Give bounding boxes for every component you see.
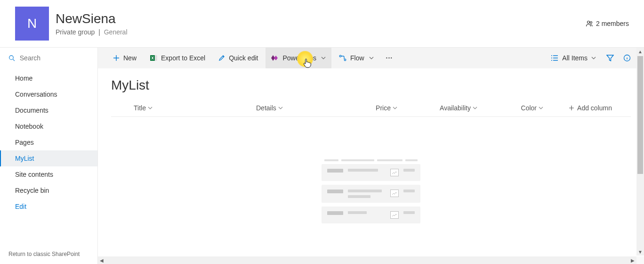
scroll-down-icon[interactable]: ▼	[636, 248, 644, 256]
column-header-details[interactable]: Details	[256, 104, 327, 112]
scroll-right-icon[interactable]: ▶	[629, 256, 636, 264]
site-logo-initial: N	[27, 16, 37, 31]
scroll-thumb[interactable]	[637, 56, 643, 174]
scroll-left-icon[interactable]: ◀	[98, 256, 105, 264]
powerapps-button[interactable]: PowerApps	[266, 48, 331, 68]
nav-item-conversations[interactable]: Conversations	[0, 86, 97, 102]
svg-point-5	[339, 55, 341, 57]
svg-point-6	[344, 59, 346, 61]
people-icon	[586, 20, 593, 27]
svg-point-0	[587, 21, 589, 24]
chevron-down-icon	[591, 56, 596, 60]
nav-item-recycle-bin[interactable]: Recycle bin	[0, 182, 97, 198]
chevron-down-icon	[393, 106, 397, 110]
pencil-icon	[218, 55, 225, 61]
add-column-label: Add column	[577, 104, 612, 112]
cmd-label: New	[123, 54, 137, 62]
left-rail: Home Conversations Documents Notebook Pa…	[0, 48, 98, 264]
scroll-up-icon[interactable]: ▲	[636, 48, 644, 55]
column-header-price[interactable]: Price	[327, 104, 397, 112]
view-selector[interactable]: All Items	[546, 48, 601, 68]
nav-label: Notebook	[15, 123, 43, 130]
chevron-down-icon	[369, 56, 374, 60]
flow-button[interactable]: Flow	[333, 48, 379, 68]
nav-label: MyList	[15, 155, 34, 162]
nav-label: Pages	[15, 139, 34, 146]
svg-point-1	[590, 22, 592, 24]
nav-label: Site contents	[15, 171, 53, 178]
search-input[interactable]	[20, 54, 89, 62]
export-excel-button[interactable]: Export to Excel	[144, 48, 211, 68]
nav-item-documents[interactable]: Documents	[0, 102, 97, 118]
nav-item-notebook[interactable]: Notebook	[0, 118, 97, 134]
nav-item-edit[interactable]: Edit	[0, 198, 97, 214]
horizontal-scrollbar[interactable]: ◀ ▶	[98, 256, 636, 264]
column-header-color[interactable]: Color	[477, 104, 543, 112]
site-subtitle: Private group | General	[56, 28, 586, 36]
list-view-icon	[551, 55, 558, 61]
plus-icon	[113, 55, 120, 61]
cmd-label: Flow	[350, 54, 364, 62]
members-label: 2 members	[596, 20, 629, 27]
rail-footer: Return to classic SharePoint	[0, 244, 97, 264]
nav-label: Documents	[15, 107, 48, 114]
site-header: N NewSiena Private group | General 2 mem…	[0, 0, 644, 47]
chevron-down-icon	[148, 106, 153, 110]
separator: |	[98, 28, 100, 36]
info-icon	[623, 54, 631, 62]
info-pane-button[interactable]	[620, 48, 635, 68]
col-label: Availability	[440, 104, 471, 112]
column-header-availability[interactable]: Availability	[397, 104, 477, 112]
filter-icon	[606, 54, 614, 62]
chevron-down-icon	[473, 106, 477, 110]
cmd-label: Export to Excel	[161, 54, 205, 62]
quick-edit-button[interactable]: Quick edit	[213, 48, 264, 68]
members-button[interactable]: 2 members	[586, 20, 629, 27]
column-headers: Title Details Price Availability Color	[111, 104, 631, 117]
powerapps-icon	[271, 55, 279, 61]
chevron-down-icon	[539, 106, 543, 110]
flow-icon	[339, 55, 346, 61]
new-button[interactable]: New	[107, 48, 142, 68]
search-icon	[8, 54, 15, 62]
cmd-label: PowerApps	[282, 54, 316, 62]
scroll-corner	[636, 256, 644, 264]
left-nav: Home Conversations Documents Notebook Pa…	[0, 70, 97, 214]
nav-item-pages[interactable]: Pages	[0, 134, 97, 150]
empty-illustration	[322, 159, 420, 227]
vertical-scrollbar[interactable]: ▲ ▼	[636, 48, 644, 256]
more-actions-button[interactable]: ···	[381, 54, 398, 62]
return-classic-link[interactable]: Return to classic SharePoint	[8, 251, 80, 257]
svg-rect-4	[155, 56, 157, 60]
filter-button[interactable]	[603, 48, 618, 68]
classification: General	[104, 28, 128, 36]
nav-label: Home	[15, 74, 32, 82]
add-column-button[interactable]: Add column	[569, 104, 631, 112]
nav-item-home[interactable]: Home	[0, 70, 97, 86]
nav-label: Edit	[15, 203, 26, 210]
cmd-label: Quick edit	[229, 54, 258, 62]
content-area: New Export to Excel Quick edit PowerApps	[98, 48, 644, 264]
excel-icon	[150, 54, 157, 62]
view-label: All Items	[562, 54, 588, 62]
site-logo: N	[15, 7, 49, 41]
svg-point-2	[9, 56, 14, 60]
search-box[interactable]	[0, 48, 97, 68]
nav-label: Conversations	[15, 91, 57, 98]
chevron-down-icon	[321, 56, 326, 60]
site-title[interactable]: NewSiena	[56, 11, 586, 26]
col-label: Details	[256, 104, 276, 112]
main: Home Conversations Documents Notebook Pa…	[0, 47, 644, 264]
page-body: MyList Title Details Price Availability	[98, 68, 644, 264]
group-type: Private group	[56, 28, 95, 36]
nav-item-mylist[interactable]: MyList	[0, 150, 97, 166]
list-title: MyList	[111, 78, 631, 93]
site-meta: NewSiena Private group | General	[56, 11, 586, 36]
chevron-down-icon	[278, 106, 283, 110]
col-label: Title	[134, 104, 146, 112]
nav-item-site-contents[interactable]: Site contents	[0, 166, 97, 182]
nav-label: Recycle bin	[15, 187, 49, 194]
command-bar: New Export to Excel Quick edit PowerApps	[98, 48, 644, 68]
column-header-title[interactable]: Title	[134, 104, 256, 112]
col-label: Color	[521, 104, 537, 112]
